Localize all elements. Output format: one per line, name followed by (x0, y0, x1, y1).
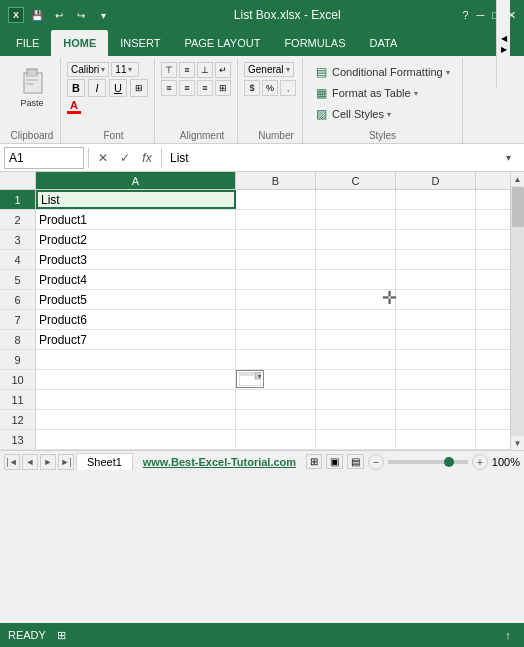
conditional-formatting-button[interactable]: ▤ Conditional Formatting ▾ (309, 62, 456, 82)
row-header[interactable]: 1 (0, 190, 36, 209)
first-sheet-button[interactable]: |◄ (4, 454, 20, 470)
cell[interactable] (36, 390, 236, 409)
wrap-text-button[interactable]: ↵ (215, 62, 231, 78)
cell[interactable] (236, 350, 316, 369)
last-sheet-button[interactable]: ►| (58, 454, 74, 470)
cell[interactable] (36, 370, 236, 389)
comma-button[interactable]: , (280, 80, 296, 96)
row-header[interactable]: 4 (0, 250, 36, 269)
font-family-dropdown[interactable]: Calibri ▾ (67, 62, 109, 77)
cell[interactable] (316, 430, 396, 449)
cell[interactable] (316, 270, 396, 289)
tutorial-link[interactable]: www.Best-Excel-Tutorial.com (143, 456, 296, 468)
cell[interactable] (36, 430, 236, 449)
cell[interactable] (236, 310, 316, 329)
cell[interactable] (236, 190, 316, 209)
cell[interactable] (396, 430, 476, 449)
cell[interactable] (396, 330, 476, 349)
percent-button[interactable]: % (262, 80, 278, 96)
cell[interactable] (236, 290, 316, 309)
cell[interactable]: Product1 (36, 210, 236, 229)
name-box[interactable]: A1 (4, 147, 84, 169)
cell[interactable] (396, 370, 476, 389)
tab-pagelayout[interactable]: PAGE LAYOUT (172, 30, 272, 56)
row-header[interactable]: 12 (0, 410, 36, 429)
quick-access-more[interactable]: ▾ (94, 6, 112, 24)
cell[interactable] (316, 190, 396, 209)
row-header[interactable]: 9 (0, 350, 36, 369)
sheet-tab[interactable]: Sheet1 (76, 453, 133, 470)
paste-button[interactable]: Paste (10, 62, 54, 110)
cell[interactable] (396, 250, 476, 269)
cell[interactable] (316, 370, 396, 389)
cell[interactable] (236, 410, 316, 429)
row-header[interactable]: 7 (0, 310, 36, 329)
cell[interactable] (236, 330, 316, 349)
cell[interactable] (316, 330, 396, 349)
formula-input[interactable]: List (166, 150, 506, 166)
minimize-button[interactable]: ─ (477, 9, 485, 21)
formula-bar-expand[interactable]: ▾ (506, 152, 520, 163)
tab-formulas[interactable]: FORMULAS (272, 30, 357, 56)
font-size-dropdown[interactable]: 11 ▾ (111, 62, 139, 77)
scroll-thumb[interactable] (512, 187, 524, 227)
cell[interactable] (316, 410, 396, 429)
tab-insert[interactable]: INSERT (108, 30, 172, 56)
accounting-button[interactable]: $ (244, 80, 260, 96)
insert-function-button[interactable]: fx (137, 148, 157, 168)
col-header-A[interactable]: A (36, 172, 236, 189)
cell[interactable] (316, 250, 396, 269)
next-sheet-button[interactable]: ► (40, 454, 56, 470)
row-header[interactable]: 5 (0, 270, 36, 289)
cell[interactable]: Product7 (36, 330, 236, 349)
cell[interactable] (396, 410, 476, 429)
align-middle-button[interactable]: ≡ (179, 62, 195, 78)
cell[interactable]: Product5 (36, 290, 236, 309)
row-header[interactable]: 10 (0, 370, 36, 389)
cell[interactable] (396, 350, 476, 369)
zoom-thumb[interactable] (444, 457, 454, 467)
col-header-C[interactable]: C (316, 172, 396, 189)
scroll-down-button[interactable]: ▼ (511, 436, 525, 450)
italic-button[interactable]: I (88, 79, 106, 97)
row-header[interactable]: 11 (0, 390, 36, 409)
cell[interactable] (236, 250, 316, 269)
cell[interactable] (396, 190, 476, 209)
cell[interactable]: Product3 (36, 250, 236, 269)
page-view-button[interactable]: ⊞ (306, 454, 322, 469)
cell[interactable] (396, 230, 476, 249)
zoom-in-button[interactable]: + (472, 454, 488, 470)
status-share-icon[interactable]: ↑ (500, 627, 516, 643)
vertical-scrollbar[interactable]: ▲ ▼ (510, 172, 524, 450)
cell[interactable] (236, 430, 316, 449)
cell[interactable] (236, 390, 316, 409)
zoom-slider[interactable] (388, 460, 468, 464)
cell[interactable] (396, 310, 476, 329)
zoom-out-button[interactable]: − (368, 454, 384, 470)
cell[interactable] (316, 290, 396, 309)
align-top-button[interactable]: ⊤ (161, 62, 177, 78)
pagebreak-view-button[interactable]: ▤ (347, 454, 364, 469)
number-format-dropdown[interactable]: General ▾ (244, 62, 294, 77)
merge-button[interactable]: ⊞ (215, 80, 231, 96)
font-color-button[interactable]: A (67, 99, 81, 114)
scroll-up-button[interactable]: ▲ (511, 172, 525, 186)
cell[interactable] (316, 390, 396, 409)
border-button[interactable]: ⊞ (130, 79, 148, 97)
save-button[interactable]: 💾 (28, 6, 46, 24)
col-header-B[interactable]: B (236, 172, 316, 189)
cell[interactable] (236, 230, 316, 249)
cell[interactable] (236, 210, 316, 229)
row-header[interactable]: 6 (0, 290, 36, 309)
format-as-table-button[interactable]: ▦ Format as Table ▾ (309, 83, 456, 103)
cell[interactable]: Product6 (36, 310, 236, 329)
underline-button[interactable]: U (109, 79, 127, 97)
col-header-D[interactable]: D (396, 172, 476, 189)
align-bottom-button[interactable]: ⊥ (197, 62, 213, 78)
row-header[interactable]: 2 (0, 210, 36, 229)
cell[interactable] (396, 210, 476, 229)
confirm-formula-button[interactable]: ✓ (115, 148, 135, 168)
ribbon-expand-button[interactable]: ◀ ▶ (496, 0, 510, 88)
cell[interactable]: Product4 (36, 270, 236, 289)
cell[interactable]: Product2 (36, 230, 236, 249)
